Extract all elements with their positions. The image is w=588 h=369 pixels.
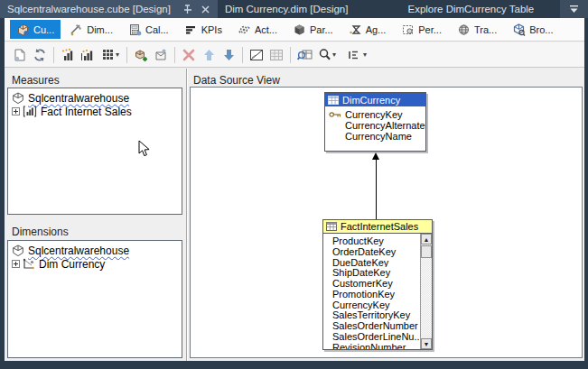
- dsv-panel-title: Data Source View: [193, 74, 280, 87]
- find-table-button[interactable]: [294, 45, 314, 65]
- close-icon[interactable]: [198, 2, 214, 16]
- new-measure-icon: [61, 48, 75, 62]
- process-button[interactable]: [30, 45, 50, 65]
- column-row[interactable]: ProductKey: [323, 235, 432, 246]
- dimensions-root-node[interactable]: Sqlcentralwarehouse: [8, 244, 182, 257]
- show-levels-button[interactable]: [345, 45, 365, 65]
- dimension-usage-icon: [70, 23, 83, 36]
- move-up-button[interactable]: [199, 45, 219, 65]
- measure-grid-dropdown-caret-icon[interactable]: ▾: [116, 51, 123, 59]
- column-row[interactable]: CurrencyAlternateK...: [325, 120, 425, 131]
- dimensions-tree[interactable]: Sqlcentralwarehouse Dim Currency: [7, 240, 182, 358]
- column-name: RevisionNumber: [332, 342, 406, 349]
- relationship-arrowhead: [372, 152, 379, 160]
- doc-tab-cube-design[interactable]: Sqlcentralwarehouse.cube [Design]: [0, 0, 218, 18]
- partitions-icon: [293, 23, 306, 36]
- levels-dropdown-caret-icon[interactable]: ▾: [363, 51, 370, 59]
- browser-icon: [512, 23, 526, 36]
- expand-plus-icon[interactable]: [12, 107, 20, 115]
- new-measure-group-button[interactable]: [78, 45, 98, 65]
- expand-plus-icon[interactable]: [12, 260, 20, 268]
- tab-kpis[interactable]: KPIs: [178, 20, 229, 39]
- column-name: SalesOrderNumber: [332, 320, 418, 331]
- column-name: OrderDateKey: [332, 246, 396, 257]
- dsv-table-dimcurrency[interactable]: DimCurrency CurrencyKey CurrencyAlternat…: [324, 92, 426, 152]
- toolbar-separator: [53, 47, 54, 63]
- toolbar-separator: [290, 47, 291, 63]
- edit-dimension-icon: [154, 48, 168, 62]
- dsv-table-factinternetsales[interactable]: FactInternetSales ProductKey OrderDateKe…: [322, 219, 433, 350]
- tab-partitions[interactable]: Par...: [286, 20, 340, 39]
- column-row[interactable]: SalesTerritoryKey: [323, 310, 432, 321]
- column-row[interactable]: OrderDateKey: [323, 246, 432, 257]
- relationship-line[interactable]: [376, 160, 377, 219]
- tab-aggregations[interactable]: Ag...: [342, 20, 393, 39]
- table-icon: [326, 222, 337, 231]
- tab-label: Dim...: [87, 24, 113, 35]
- table-scrollbar[interactable]: ▲ ▼: [420, 234, 432, 349]
- show-grid-button[interactable]: [266, 45, 286, 65]
- column-name: DueDateKey: [332, 257, 388, 268]
- dimcurrency-header[interactable]: DimCurrency: [325, 93, 425, 106]
- doc-tab-dim-currency[interactable]: Dim Currency.dim [Design]: [218, 0, 363, 18]
- delete-button[interactable]: [179, 45, 199, 65]
- cube-designer-tab-strip: Cu... Dim... Cal... KPIs Act... Par...: [5, 18, 584, 42]
- column-row[interactable]: CurrencyName: [325, 131, 425, 142]
- toolbar-separator: [242, 47, 243, 63]
- measures-root-node[interactable]: Sqlcentralwarehouse: [8, 91, 182, 105]
- dimensions-root-label: Sqlcentralwarehouse: [28, 244, 129, 257]
- measures-tree[interactable]: Sqlcentralwarehouse Fact Internet Sales: [7, 88, 182, 215]
- find-table-icon: [297, 48, 313, 61]
- show-diagram-button[interactable]: [247, 45, 266, 65]
- column-row[interactable]: SalesOrderLineNu...: [323, 331, 432, 342]
- pin-icon[interactable]: [180, 2, 196, 16]
- new-cube-button[interactable]: [10, 45, 30, 65]
- toolbar-separator: [174, 47, 175, 63]
- move-down-button[interactable]: [219, 45, 238, 65]
- column-name: SalesTerritoryKey: [332, 310, 410, 321]
- new-measure-button[interactable]: [58, 45, 78, 65]
- column-row[interactable]: SalesOrderNumber: [323, 320, 432, 331]
- column-row[interactable]: RevisionNumber: [323, 342, 432, 349]
- tab-dimension-usage[interactable]: Dim...: [63, 20, 119, 39]
- column-row[interactable]: CustomerKey: [323, 278, 432, 289]
- scroll-up-icon[interactable]: ▲: [421, 234, 432, 244]
- dsv-diagram-surface[interactable]: DimCurrency CurrencyKey CurrencyAlternat…: [190, 87, 583, 358]
- tab-actions[interactable]: Act...: [231, 20, 284, 39]
- dimension-icon: [23, 258, 35, 270]
- dimensions-panel-title: Dimensions: [12, 226, 69, 238]
- column-name: PromotionKey: [332, 289, 395, 300]
- window-list-dropdown-button[interactable]: [560, 0, 588, 18]
- column-row[interactable]: CurrencyKey: [325, 109, 425, 120]
- tab-calculations[interactable]: Cal...: [122, 20, 175, 39]
- add-cube-dimension-button[interactable]: [131, 45, 151, 65]
- left-panel: Measures Sqlcentralwarehouse Fact Intern…: [5, 69, 187, 361]
- doc-tab-label: Explore DimCurrency Table: [407, 4, 534, 14]
- calculations-icon: [128, 23, 142, 36]
- dimension-label: Dim Currency: [39, 258, 105, 271]
- tab-label: Ag...: [366, 24, 387, 35]
- column-row[interactable]: ShipDateKey: [323, 267, 432, 278]
- column-row[interactable]: PromotionKey: [323, 289, 432, 300]
- move-down-icon: [223, 49, 235, 61]
- scrollbar-thumb[interactable]: [421, 245, 432, 258]
- column-row[interactable]: CurrencyKey: [323, 300, 432, 310]
- zoom-dropdown-caret-icon[interactable]: ▾: [332, 51, 340, 59]
- mouse-cursor: [138, 140, 150, 161]
- tab-cube-structure[interactable]: Cu...: [10, 20, 61, 39]
- column-name: CurrencyAlternateK...: [345, 120, 425, 131]
- tab-perspectives[interactable]: Per...: [395, 20, 448, 39]
- factinternetsales-header[interactable]: FactInternetSales: [323, 220, 432, 234]
- scroll-down-icon[interactable]: ▼: [421, 338, 432, 349]
- tab-label: Bro...: [529, 24, 553, 35]
- edit-dimension-button[interactable]: [151, 45, 171, 65]
- zoom-button[interactable]: [314, 45, 334, 65]
- measure-grid-view-button[interactable]: [98, 45, 117, 65]
- column-row[interactable]: DueDateKey: [323, 257, 432, 268]
- dimension-dim-currency[interactable]: Dim Currency: [8, 257, 182, 271]
- measure-group-fact-internet-sales[interactable]: Fact Internet Sales: [8, 105, 182, 118]
- tab-browser[interactable]: Bro...: [506, 20, 559, 39]
- doc-tab-explore-dimcurrency[interactable]: Explore DimCurrency Table: [400, 0, 548, 18]
- tab-translations[interactable]: Tra...: [451, 20, 503, 39]
- measure-group-label: Fact Internet Sales: [41, 106, 132, 118]
